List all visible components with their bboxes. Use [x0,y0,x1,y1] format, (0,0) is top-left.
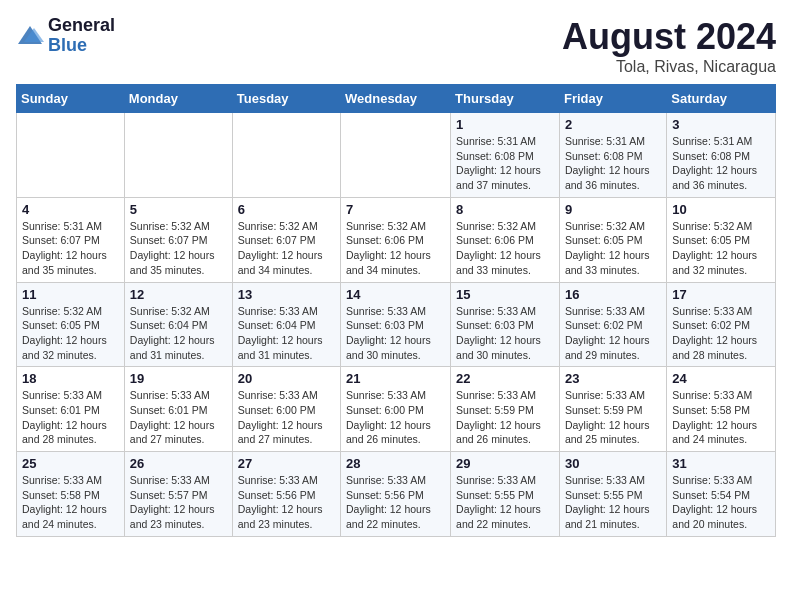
logo-text: GeneralBlue [48,16,115,56]
day-info: Sunrise: 5:31 AM Sunset: 6:08 PM Dayligh… [672,134,770,193]
calendar-cell: 30Sunrise: 5:33 AM Sunset: 5:55 PM Dayli… [559,452,666,537]
day-info: Sunrise: 5:33 AM Sunset: 5:59 PM Dayligh… [456,388,554,447]
day-info: Sunrise: 5:33 AM Sunset: 5:58 PM Dayligh… [22,473,119,532]
day-info: Sunrise: 5:33 AM Sunset: 6:02 PM Dayligh… [565,304,661,363]
day-number: 18 [22,371,119,386]
day-info: Sunrise: 5:33 AM Sunset: 5:58 PM Dayligh… [672,388,770,447]
weekday-header: Friday [559,85,666,113]
calendar-cell: 20Sunrise: 5:33 AM Sunset: 6:00 PM Dayli… [232,367,340,452]
calendar-cell: 16Sunrise: 5:33 AM Sunset: 6:02 PM Dayli… [559,282,666,367]
day-number: 9 [565,202,661,217]
calendar-cell: 14Sunrise: 5:33 AM Sunset: 6:03 PM Dayli… [341,282,451,367]
logo-icon [16,24,44,48]
day-info: Sunrise: 5:32 AM Sunset: 6:07 PM Dayligh… [238,219,335,278]
calendar-cell: 12Sunrise: 5:32 AM Sunset: 6:04 PM Dayli… [124,282,232,367]
calendar-cell: 6Sunrise: 5:32 AM Sunset: 6:07 PM Daylig… [232,197,340,282]
calendar-week-row: 11Sunrise: 5:32 AM Sunset: 6:05 PM Dayli… [17,282,776,367]
calendar-cell: 22Sunrise: 5:33 AM Sunset: 5:59 PM Dayli… [451,367,560,452]
calendar-cell: 1Sunrise: 5:31 AM Sunset: 6:08 PM Daylig… [451,113,560,198]
day-number: 17 [672,287,770,302]
day-info: Sunrise: 5:32 AM Sunset: 6:06 PM Dayligh… [456,219,554,278]
calendar-cell: 15Sunrise: 5:33 AM Sunset: 6:03 PM Dayli… [451,282,560,367]
calendar-cell: 4Sunrise: 5:31 AM Sunset: 6:07 PM Daylig… [17,197,125,282]
calendar-cell: 8Sunrise: 5:32 AM Sunset: 6:06 PM Daylig… [451,197,560,282]
calendar-week-row: 1Sunrise: 5:31 AM Sunset: 6:08 PM Daylig… [17,113,776,198]
day-info: Sunrise: 5:33 AM Sunset: 5:59 PM Dayligh… [565,388,661,447]
calendar-cell: 13Sunrise: 5:33 AM Sunset: 6:04 PM Dayli… [232,282,340,367]
calendar-cell: 7Sunrise: 5:32 AM Sunset: 6:06 PM Daylig… [341,197,451,282]
calendar-cell [341,113,451,198]
calendar-cell: 2Sunrise: 5:31 AM Sunset: 6:08 PM Daylig… [559,113,666,198]
title-block: August 2024 Tola, Rivas, Nicaragua [562,16,776,76]
day-number: 6 [238,202,335,217]
day-number: 28 [346,456,445,471]
calendar-cell: 9Sunrise: 5:32 AM Sunset: 6:05 PM Daylig… [559,197,666,282]
day-number: 12 [130,287,227,302]
calendar-cell: 28Sunrise: 5:33 AM Sunset: 5:56 PM Dayli… [341,452,451,537]
calendar-cell: 3Sunrise: 5:31 AM Sunset: 6:08 PM Daylig… [667,113,776,198]
day-number: 16 [565,287,661,302]
day-info: Sunrise: 5:33 AM Sunset: 6:02 PM Dayligh… [672,304,770,363]
day-number: 2 [565,117,661,132]
day-number: 3 [672,117,770,132]
day-number: 7 [346,202,445,217]
calendar-cell [17,113,125,198]
logo: GeneralBlue [16,16,115,56]
calendar-cell: 24Sunrise: 5:33 AM Sunset: 5:58 PM Dayli… [667,367,776,452]
day-info: Sunrise: 5:32 AM Sunset: 6:05 PM Dayligh… [22,304,119,363]
calendar-week-row: 18Sunrise: 5:33 AM Sunset: 6:01 PM Dayli… [17,367,776,452]
calendar-week-row: 25Sunrise: 5:33 AM Sunset: 5:58 PM Dayli… [17,452,776,537]
day-info: Sunrise: 5:32 AM Sunset: 6:05 PM Dayligh… [565,219,661,278]
calendar-cell: 25Sunrise: 5:33 AM Sunset: 5:58 PM Dayli… [17,452,125,537]
day-number: 15 [456,287,554,302]
location: Tola, Rivas, Nicaragua [562,58,776,76]
day-number: 1 [456,117,554,132]
day-number: 19 [130,371,227,386]
calendar-cell: 27Sunrise: 5:33 AM Sunset: 5:56 PM Dayli… [232,452,340,537]
day-number: 22 [456,371,554,386]
day-info: Sunrise: 5:32 AM Sunset: 6:07 PM Dayligh… [130,219,227,278]
weekday-header: Tuesday [232,85,340,113]
calendar-cell: 11Sunrise: 5:32 AM Sunset: 6:05 PM Dayli… [17,282,125,367]
page-header: GeneralBlue August 2024 Tola, Rivas, Nic… [16,16,776,76]
calendar-week-row: 4Sunrise: 5:31 AM Sunset: 6:07 PM Daylig… [17,197,776,282]
day-info: Sunrise: 5:33 AM Sunset: 5:55 PM Dayligh… [456,473,554,532]
calendar-cell: 18Sunrise: 5:33 AM Sunset: 6:01 PM Dayli… [17,367,125,452]
day-info: Sunrise: 5:33 AM Sunset: 6:00 PM Dayligh… [346,388,445,447]
day-number: 30 [565,456,661,471]
day-info: Sunrise: 5:33 AM Sunset: 6:03 PM Dayligh… [456,304,554,363]
day-number: 26 [130,456,227,471]
day-info: Sunrise: 5:32 AM Sunset: 6:04 PM Dayligh… [130,304,227,363]
calendar-cell: 10Sunrise: 5:32 AM Sunset: 6:05 PM Dayli… [667,197,776,282]
weekday-header: Thursday [451,85,560,113]
day-info: Sunrise: 5:32 AM Sunset: 6:06 PM Dayligh… [346,219,445,278]
weekday-header: Monday [124,85,232,113]
calendar-cell: 5Sunrise: 5:32 AM Sunset: 6:07 PM Daylig… [124,197,232,282]
day-info: Sunrise: 5:33 AM Sunset: 5:55 PM Dayligh… [565,473,661,532]
day-number: 27 [238,456,335,471]
day-info: Sunrise: 5:31 AM Sunset: 6:08 PM Dayligh… [565,134,661,193]
calendar-table: SundayMondayTuesdayWednesdayThursdayFrid… [16,84,776,537]
day-info: Sunrise: 5:33 AM Sunset: 6:01 PM Dayligh… [22,388,119,447]
day-number: 4 [22,202,119,217]
calendar-cell: 17Sunrise: 5:33 AM Sunset: 6:02 PM Dayli… [667,282,776,367]
calendar-cell: 31Sunrise: 5:33 AM Sunset: 5:54 PM Dayli… [667,452,776,537]
day-info: Sunrise: 5:33 AM Sunset: 6:03 PM Dayligh… [346,304,445,363]
day-number: 25 [22,456,119,471]
day-info: Sunrise: 5:31 AM Sunset: 6:07 PM Dayligh… [22,219,119,278]
calendar-cell [232,113,340,198]
day-info: Sunrise: 5:33 AM Sunset: 5:57 PM Dayligh… [130,473,227,532]
day-info: Sunrise: 5:33 AM Sunset: 5:54 PM Dayligh… [672,473,770,532]
calendar-cell: 23Sunrise: 5:33 AM Sunset: 5:59 PM Dayli… [559,367,666,452]
day-info: Sunrise: 5:33 AM Sunset: 6:01 PM Dayligh… [130,388,227,447]
calendar-cell [124,113,232,198]
weekday-header: Wednesday [341,85,451,113]
day-number: 13 [238,287,335,302]
day-number: 23 [565,371,661,386]
day-number: 31 [672,456,770,471]
day-number: 14 [346,287,445,302]
day-info: Sunrise: 5:33 AM Sunset: 5:56 PM Dayligh… [346,473,445,532]
calendar-cell: 29Sunrise: 5:33 AM Sunset: 5:55 PM Dayli… [451,452,560,537]
logo-blue: Blue [48,35,87,55]
day-number: 24 [672,371,770,386]
